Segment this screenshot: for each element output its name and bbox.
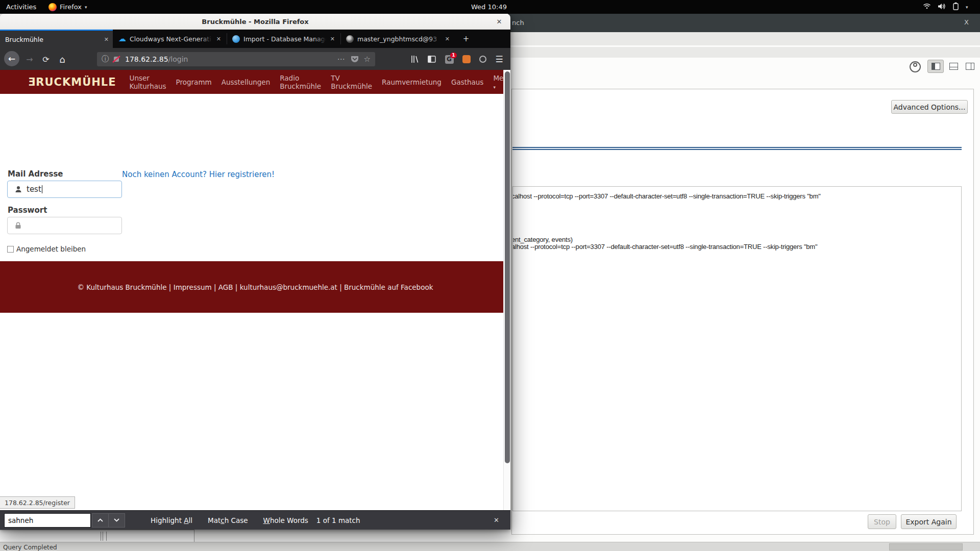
gnome-top-bar: Activities Firefox ▾ Wed 10:49 (0, 0, 980, 14)
tab-label: Cloudways Next-Generati (130, 35, 212, 43)
find-query: sahneh (8, 516, 33, 524)
site-footer: © Kulturhaus Bruckmühle | Impressum | AG… (0, 261, 510, 313)
log-line: ent_category, events) (512, 236, 573, 243)
phpmyadmin-favicon (346, 35, 354, 43)
back-button[interactable]: ← (4, 51, 19, 66)
screen: nch X Advanced Options... calhost --prot (0, 0, 980, 551)
find-next-button[interactable] (108, 513, 125, 528)
tab-label: Bruckmühle (5, 36, 100, 43)
tab-bruckmuehle[interactable]: Bruckmühle ✕ (0, 30, 113, 48)
text-caret (42, 185, 42, 193)
match-case-toggle[interactable]: Match Case (208, 516, 248, 524)
volume-icon (938, 3, 946, 11)
site-logo[interactable]: ƎRUCKMÜHLE (28, 76, 116, 88)
window-close-icon[interactable]: ✕ (494, 17, 504, 27)
email-label: Mail Adresse (8, 169, 63, 179)
left-panel-icon (932, 63, 940, 70)
sidebar-toggle-icon[interactable] (426, 53, 438, 65)
remember-me-checkbox[interactable] (7, 246, 14, 253)
account-icon[interactable] (910, 61, 921, 72)
email-field[interactable]: test (7, 181, 122, 198)
export-again-button[interactable]: Export Again (901, 514, 957, 529)
find-previous-button[interactable] (92, 513, 109, 528)
activities-button[interactable]: Activities (6, 0, 36, 14)
toggle-bottom-panel-button[interactable] (947, 61, 960, 71)
extension-orange-icon[interactable] (460, 53, 473, 65)
bg-app-close-icon[interactable]: X (964, 18, 969, 26)
battery-icon (952, 2, 959, 12)
email-value: test (27, 185, 41, 194)
wifi-icon (923, 3, 931, 11)
home-button[interactable]: ⌂ (56, 53, 68, 65)
tab-label: master_yngbhtmscd@93 (357, 35, 441, 43)
page-scrollbar[interactable] (503, 70, 510, 510)
stop-button[interactable]: Stop (868, 514, 896, 529)
url-path: /login (168, 55, 188, 63)
nav-radio-bruckmuehle[interactable]: Radio Bruckmühle (280, 74, 321, 90)
clock[interactable]: Wed 10:49 (471, 0, 507, 14)
bg-app-toolbar (508, 47, 980, 58)
link-status-tooltip: 178.62.2.85/register (0, 496, 75, 509)
tab-import-database[interactable]: Import - Database Manage ✕ (228, 30, 339, 48)
toggle-right-panel-button[interactable] (964, 61, 976, 71)
nav-programm[interactable]: Programm (176, 78, 212, 86)
firefox-titlebar[interactable]: Bruckmühle - Mozilla Firefox ✕ (0, 14, 510, 30)
library-icon[interactable] (408, 53, 421, 65)
footer-text[interactable]: © Kulturhaus Bruckmühle | Impressum | AG… (77, 283, 433, 291)
nav-unser-kulturhaus[interactable]: Unser Kulturhaus (130, 74, 166, 90)
bookmark-star-icon[interactable]: ☆ (364, 55, 371, 64)
bg-app-menubar (508, 32, 980, 45)
match-status: 1 of 1 match (316, 516, 360, 524)
chevron-down-icon: ▾ (85, 5, 87, 10)
log-line: calhost --protocol=tcp --port=3307 --def… (512, 192, 821, 200)
right-panel-icon (966, 63, 974, 70)
tab-close-icon[interactable]: ✕ (445, 36, 450, 42)
extension-badge-icon[interactable]: G 1 (443, 53, 455, 65)
tab-close-icon[interactable]: ✕ (104, 36, 109, 43)
advanced-options-button[interactable]: Advanced Options... (891, 100, 968, 114)
chevron-down-icon: ▾ (966, 5, 968, 10)
blocked-content-icon[interactable] (112, 56, 120, 63)
findbar: sahneh Highlight All Match Case Whole Wo… (0, 510, 510, 530)
page-actions-icon[interactable]: ⋯ (337, 55, 346, 64)
tab-label: Import - Database Manage (243, 35, 326, 43)
whole-words-toggle[interactable]: Whole Words (263, 516, 308, 524)
reload-button[interactable]: ⟳ (40, 53, 52, 65)
site-info-icon[interactable]: ⓘ (102, 55, 109, 64)
cloudways-favicon: ☁ (118, 35, 126, 43)
nav-toolbar: ← → ⟳ ⌂ ⓘ 178.62.2.85/login ⋯ (0, 48, 510, 70)
nav-ausstellungen[interactable]: Ausstellungen (222, 78, 271, 86)
bg-app-titlebar: nch X (508, 14, 980, 32)
extension-circle-icon[interactable] (477, 53, 489, 65)
scrollbar-thumb[interactable] (505, 71, 510, 463)
system-tray[interactable]: ▾ (923, 0, 968, 14)
forward-button[interactable]: → (23, 53, 36, 65)
toggle-left-panel-button[interactable] (927, 60, 944, 73)
nav-gasthaus[interactable]: Gasthaus (451, 78, 483, 86)
highlight-all-toggle[interactable]: Highlight All (151, 516, 192, 524)
hamburger-menu-icon[interactable]: ☰ (493, 53, 505, 65)
new-tab-button[interactable]: + (461, 34, 471, 44)
splitter-handle[interactable] (512, 147, 962, 150)
tab-close-icon[interactable]: ✕ (330, 36, 335, 42)
tab-cloudways[interactable]: ☁ Cloudways Next-Generati ✕ (114, 30, 225, 48)
export-log-panel[interactable]: calhost --protocol=tcp --port=3307 --def… (512, 186, 962, 511)
pocket-icon[interactable] (351, 55, 359, 63)
find-input[interactable]: sahneh (4, 513, 91, 528)
register-link[interactable]: Noch keinen Account? Hier registrieren! (122, 170, 275, 179)
password-field[interactable] (7, 217, 122, 234)
nav-tv-bruckmuehle[interactable]: TV Bruckmühle (331, 74, 372, 90)
tab-master-db[interactable]: master_yngbhtmscd@93 ✕ (341, 30, 454, 48)
site-nav: Unser Kulturhaus Programm Ausstellungen … (130, 74, 510, 90)
page-content: ƎRUCKMÜHLE Unser Kulturhaus Programm Aus… (0, 70, 510, 510)
findbar-close-icon[interactable]: ✕ (494, 516, 499, 524)
person-icon (15, 186, 22, 193)
log-line: alhost --protocol=tcp --port=3307 --defa… (512, 243, 817, 251)
urlbar[interactable]: ⓘ 178.62.2.85/login ⋯ ☆ (97, 52, 375, 66)
nav-raumvermietung[interactable]: Raumvermietung (382, 78, 442, 86)
bg-app-bottom-panel (0, 530, 194, 542)
bg-app-statusbar: Query Completed (0, 542, 980, 551)
app-menu-firefox[interactable]: Firefox ▾ (48, 0, 87, 14)
tab-close-icon[interactable]: ✕ (216, 36, 221, 42)
url-host: 178.62.2.85 (125, 55, 168, 63)
